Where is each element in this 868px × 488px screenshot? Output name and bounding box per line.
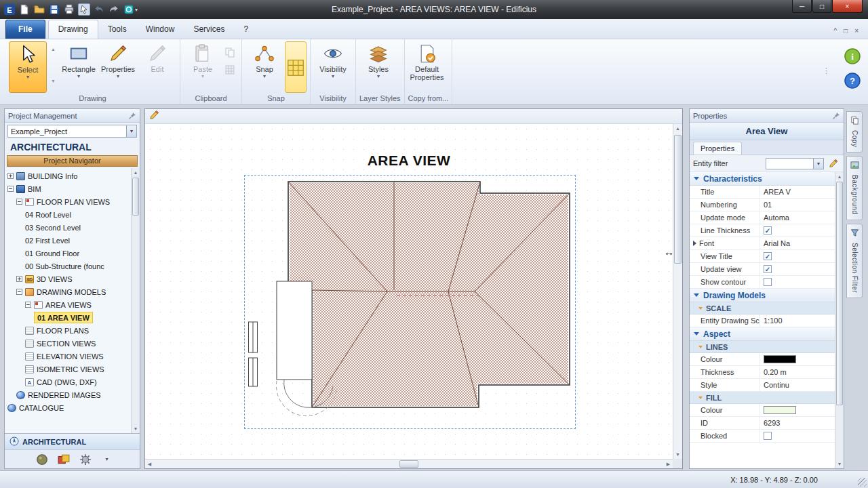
side-tab-selection-filter[interactable]: Selection Filter — [846, 224, 863, 298]
section-aspect[interactable]: Aspect — [690, 327, 835, 341]
tree-item-04-roof-level[interactable]: 04 Roof Level — [5, 208, 130, 221]
scroll-up-icon[interactable]: ▲ — [673, 124, 682, 133]
property-value[interactable]: Automa — [760, 211, 835, 224]
chevron-down-icon[interactable]: ▾ — [126, 125, 136, 137]
menu-tab-help[interactable]: ? — [234, 20, 258, 39]
property-value[interactable]: 0.20 m — [760, 366, 835, 378]
subsection-lines[interactable]: LINES — [690, 341, 835, 353]
tree-item-elevation-views[interactable]: ELEVATION VIEWS — [5, 350, 130, 363]
subsection-fill[interactable]: FILL — [690, 392, 835, 404]
property-value[interactable]: 1:100 — [760, 314, 835, 327]
tree-item-03-second-level[interactable]: 03 Second Level — [5, 221, 130, 234]
canvas-horizontal-scrollbar[interactable]: ◀ ▶ — [145, 459, 673, 468]
rectangle-button[interactable]: Rectangle▾ — [60, 41, 98, 93]
property-value[interactable]: 01 — [760, 199, 835, 211]
expand-icon[interactable]: + — [16, 276, 22, 282]
edit-view-icon[interactable] — [149, 110, 159, 123]
tree-item-cad-dwg-dxf[interactable]: ACAD (DWG, DXF) — [5, 375, 130, 388]
section-drawing-models[interactable]: Drawing Models — [690, 289, 835, 302]
side-tab-copy[interactable]: Copy — [846, 111, 863, 152]
help-circle-icon[interactable]: ? — [844, 72, 861, 89]
edificius-logo-icon[interactable]: E — [3, 3, 16, 16]
close-button[interactable]: × — [832, 0, 863, 13]
project-select[interactable]: Example_Project ▾ — [7, 125, 137, 138]
property-value[interactable]: ✓ — [760, 250, 835, 262]
checkbox-unchecked-icon[interactable] — [764, 432, 772, 440]
print-icon[interactable] — [63, 3, 75, 16]
save-icon[interactable] — [48, 3, 60, 16]
properties-scrollbar[interactable]: ▲ ▼ — [835, 172, 844, 468]
checkbox-checked-icon[interactable]: ✓ — [764, 226, 772, 235]
chevron-down-icon[interactable]: ▾ — [813, 159, 823, 169]
more-options-icon[interactable]: ▾ — [105, 456, 108, 462]
pointer-tool-icon[interactable] — [78, 3, 90, 16]
grid-toggle-button[interactable] — [285, 41, 307, 93]
copy-small-icon[interactable] — [224, 47, 237, 59]
collapse-icon[interactable]: − — [7, 186, 14, 192]
collapse-ribbon-icon[interactable]: ^ — [833, 27, 837, 35]
section-characteristics[interactable]: Characteristics — [690, 172, 835, 186]
drawing-canvas[interactable]: AREA VIEW — [145, 124, 673, 459]
expand-icon[interactable]: + — [7, 173, 14, 179]
tree-scroll-thumb[interactable] — [132, 178, 139, 216]
menu-tab-drawing[interactable]: Drawing — [48, 20, 98, 39]
snap-button[interactable]: Snap▾ — [245, 41, 283, 93]
toolbar-options-icon[interactable]: ▾ — [135, 7, 142, 13]
scroll-up-icon[interactable]: ▲ — [132, 168, 140, 177]
roof-plan-drawing[interactable] — [246, 176, 574, 427]
pin-icon[interactable] — [832, 112, 840, 120]
open-folder-icon[interactable] — [33, 3, 45, 16]
ribbon-overflow-icon[interactable]: ⋮ — [823, 66, 830, 75]
menu-tab-file[interactable]: File — [5, 20, 45, 39]
new-document-icon[interactable] — [18, 3, 31, 16]
property-value[interactable]: AREA V — [760, 186, 835, 198]
info-circle-icon[interactable]: i — [844, 47, 861, 65]
menu-tab-window[interactable]: Window — [136, 20, 184, 39]
tree-item-bim[interactable]: −BIM — [5, 182, 130, 195]
settings-tool-icon[interactable] — [79, 453, 92, 466]
tree-item-area-views[interactable]: −AREA VIEWS — [5, 298, 130, 311]
color-swatch[interactable] — [764, 406, 796, 414]
project-navigator-button[interactable]: Project Navigator — [7, 155, 138, 167]
property-value[interactable] — [760, 353, 835, 365]
entity-filter-select[interactable]: ▾ — [766, 158, 824, 169]
property-value[interactable]: ✓ — [760, 263, 835, 275]
side-tab-background[interactable]: Background — [846, 156, 863, 220]
tree-item-floor-plan-views[interactable]: −FLOOR PLAN VIEWS — [5, 195, 130, 208]
grid-small-icon[interactable] — [224, 64, 237, 77]
checkbox-unchecked-icon[interactable] — [764, 278, 772, 286]
tree-item-section-views[interactable]: SECTION VIEWS — [5, 337, 130, 350]
tree-item-rendered-images[interactable]: RENDERED IMAGES — [5, 388, 130, 401]
canvas-vertical-scrollbar[interactable]: ▲ ▼ — [673, 124, 682, 459]
zoom-tool-icon[interactable] — [123, 3, 135, 16]
tree-item-01-ground-floor[interactable]: 01 Ground Floor — [5, 247, 130, 260]
canvas-h-thumb[interactable] — [399, 460, 418, 468]
collapse-icon[interactable]: − — [16, 289, 22, 295]
tree-item-01-area-view[interactable]: 01 AREA VIEW — [5, 311, 130, 324]
scroll-down-icon[interactable]: ▼ — [673, 450, 682, 459]
tree-item-drawing-models[interactable]: −DRAWING MODELS — [5, 285, 130, 298]
default-properties-button[interactable]: Default Properties — [408, 41, 446, 93]
collapse-icon[interactable]: − — [25, 302, 31, 308]
property-value[interactable]: Arial Na — [760, 237, 835, 249]
chevron-right-icon[interactable] — [693, 241, 696, 246]
select-button[interactable]: Select▾ — [9, 41, 47, 93]
minimize-button[interactable]: ─ — [792, 0, 812, 13]
gallery-up-icon[interactable]: ▲ — [51, 47, 56, 52]
collapse-icon[interactable]: − — [16, 199, 22, 205]
properties-scroll-thumb[interactable] — [836, 182, 843, 405]
canvas-v-thumb[interactable] — [674, 135, 682, 264]
checkbox-checked-icon[interactable]: ✓ — [764, 265, 772, 273]
styles-button[interactable]: Styles▾ — [359, 41, 397, 93]
visibility-button[interactable]: Visibility▾ — [314, 41, 352, 93]
subsection-scale[interactable]: SCALE — [690, 302, 835, 314]
architectural-tab[interactable]: ARCHITECTURAL — [5, 433, 140, 449]
color-swatch[interactable] — [764, 355, 796, 363]
redo-icon[interactable] — [108, 3, 120, 16]
checkbox-checked-icon[interactable]: ✓ — [764, 252, 772, 260]
tree-item-3d-views[interactable]: +3D3D VIEWS — [5, 272, 130, 285]
property-value[interactable] — [760, 430, 835, 442]
tab-properties[interactable]: Properties — [693, 142, 742, 155]
close-window-icon[interactable]: × — [854, 27, 859, 35]
properties-button[interactable]: Properties▾ — [99, 41, 137, 93]
